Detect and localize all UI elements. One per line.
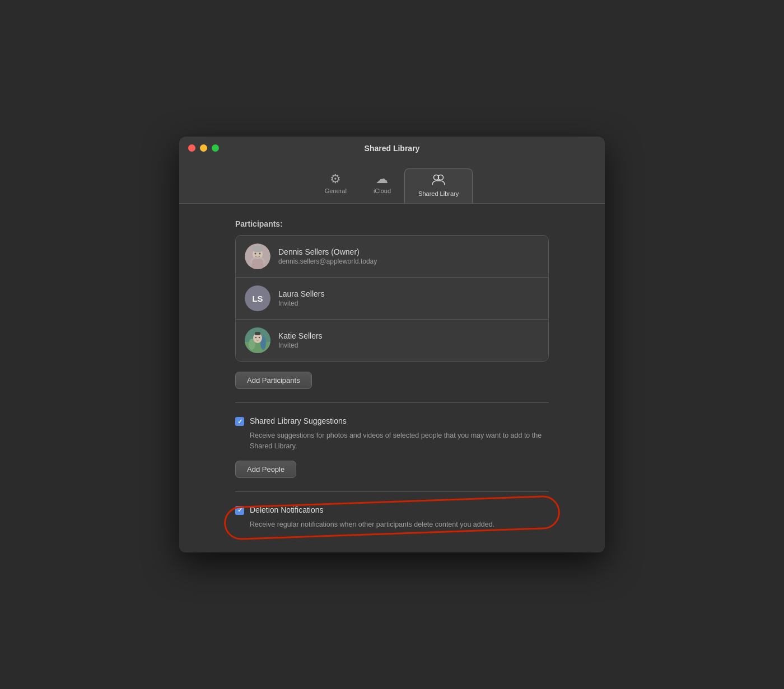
- participant-name: Dennis Sellers (Owner): [278, 247, 377, 256]
- tab-general[interactable]: ⚙ General: [311, 168, 360, 203]
- avatar: [245, 327, 270, 353]
- content-area: Participants:: [179, 204, 605, 552]
- svg-rect-7: [252, 259, 263, 269]
- suggestions-section: Shared Library Suggestions Receive sugge…: [235, 416, 549, 478]
- divider: [235, 402, 549, 403]
- svg-point-15: [259, 337, 260, 339]
- suggestions-label: Shared Library Suggestions: [250, 416, 347, 425]
- participant-name: Katie Sellers: [278, 331, 323, 340]
- participants-label: Participants:: [235, 219, 549, 228]
- tab-shared-library[interactable]: Shared Library: [404, 168, 473, 203]
- tab-bar: ⚙ General ☁ iCloud Shared Library: [188, 168, 596, 203]
- cloud-icon: ☁: [376, 173, 388, 185]
- participant-info: Katie Sellers Invited: [278, 331, 323, 349]
- avatar: [245, 243, 270, 269]
- participant-row: Katie Sellers Invited: [236, 320, 548, 361]
- tab-icloud-label: iCloud: [374, 188, 391, 194]
- tab-general-label: General: [325, 188, 347, 194]
- svg-point-5: [259, 253, 261, 255]
- add-people-button[interactable]: Add People: [235, 461, 296, 478]
- deletion-notifications-checkbox[interactable]: [235, 506, 244, 515]
- shared-library-icon: [431, 174, 446, 188]
- participant-info: Laura Sellers Invited: [278, 289, 325, 307]
- svg-point-4: [255, 253, 256, 255]
- divider: [235, 491, 549, 492]
- avatar: LS: [245, 285, 270, 311]
- tab-shared-library-label: Shared Library: [418, 190, 459, 197]
- suggestions-checkbox[interactable]: [235, 417, 244, 426]
- participants-section: Participants:: [235, 219, 549, 389]
- participant-row: Dennis Sellers (Owner) dennis.sellers@ap…: [236, 236, 548, 278]
- deletion-notifications-label: Deletion Notifications: [250, 505, 324, 514]
- participant-email: dennis.sellers@appleworld.today: [278, 257, 377, 265]
- participant-name: Laura Sellers: [278, 289, 325, 298]
- window-title: Shared Library: [188, 144, 596, 153]
- svg-point-8: [252, 246, 263, 252]
- participant-row: LS Laura Sellers Invited: [236, 278, 548, 320]
- suggestions-checkbox-row: Shared Library Suggestions: [235, 416, 549, 426]
- gear-icon: ⚙: [330, 173, 341, 185]
- participant-info: Dennis Sellers (Owner) dennis.sellers@ap…: [278, 247, 377, 265]
- participants-list: Dennis Sellers (Owner) dennis.sellers@ap…: [235, 235, 549, 362]
- svg-rect-16: [255, 332, 260, 335]
- deletion-checkbox-row: Deletion Notifications: [235, 505, 549, 515]
- svg-rect-10: [245, 342, 270, 353]
- participant-status: Invited: [278, 299, 325, 307]
- participant-status: Invited: [278, 341, 323, 349]
- titlebar: Shared Library ⚙ General ☁ iCloud S: [179, 137, 605, 204]
- deletion-notifications-description: Receive regular notifications when other…: [250, 519, 549, 530]
- deletion-notifications-section: Deletion Notifications Receive regular n…: [235, 505, 549, 530]
- preferences-window: Shared Library ⚙ General ☁ iCloud S: [179, 137, 605, 552]
- add-participants-button[interactable]: Add Participants: [235, 372, 312, 389]
- annotation-circle: [223, 495, 561, 540]
- svg-point-14: [255, 337, 257, 339]
- tab-icloud[interactable]: ☁ iCloud: [360, 168, 404, 203]
- suggestions-description: Receive suggestions for photos and video…: [250, 430, 549, 452]
